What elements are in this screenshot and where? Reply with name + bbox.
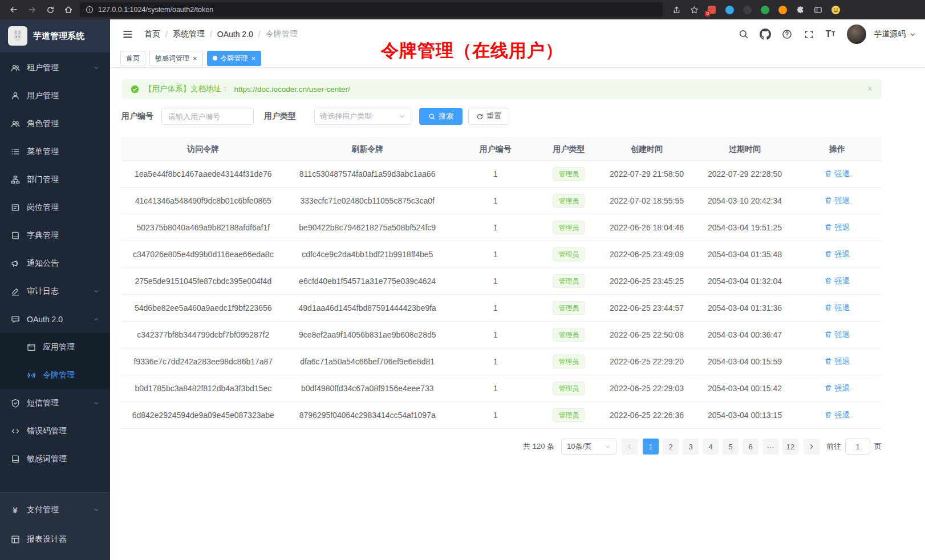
pager-page-3[interactable]: 3 [683, 439, 699, 455]
pager-jump-input[interactable] [845, 439, 870, 455]
sidebar-item-role[interactable]: 角色管理 [0, 109, 110, 137]
site-info-icon[interactable] [86, 6, 94, 14]
avatar[interactable] [847, 25, 866, 44]
sidebar-item-oauth2[interactable]: OAuth 2.0 [0, 305, 110, 333]
pager-page-12[interactable]: 12 [782, 439, 798, 455]
breadcrumb-system[interactable]: 系统管理 [173, 29, 205, 39]
sidebar-item-post[interactable]: 岗位管理 [0, 193, 110, 221]
font-size-icon[interactable]: TT [821, 25, 840, 44]
extension-blue-icon[interactable] [721, 2, 737, 17]
expire-time-cell: 2054-03-04 01:35:48 [697, 241, 793, 268]
sidebar-item-error-code[interactable]: 错误码管理 [0, 417, 110, 445]
create-time-cell: 2022-06-25 22:29:20 [597, 348, 697, 375]
pager-next-button[interactable] [804, 439, 819, 455]
expire-time-cell: 2054-03-10 20:42:34 [697, 188, 793, 214]
force-logout-button[interactable]: 强退 [825, 169, 850, 179]
username[interactable]: 芋道源码 [874, 29, 906, 39]
breadcrumb-home[interactable]: 首页 [144, 29, 160, 39]
force-logout-button[interactable]: 强退 [825, 249, 850, 259]
user-id-input[interactable] [161, 108, 254, 125]
sidebar-item-oauth2-token[interactable]: 令牌管理 [0, 361, 110, 389]
profile-smiley-icon[interactable] [827, 2, 843, 17]
chevron-down-icon [93, 400, 100, 407]
user-type-cell: 管理员 [541, 375, 597, 402]
pager-page-5[interactable]: 5 [723, 439, 739, 455]
column-header: 刷新令牌 [285, 138, 450, 161]
browser-back-button[interactable] [6, 2, 22, 17]
extension-red-icon[interactable]: 0 [704, 2, 720, 17]
force-logout-button[interactable]: 强退 [825, 303, 850, 313]
create-time-cell: 2022-06-25 23:49:09 [597, 241, 697, 268]
menu-fold-icon[interactable] [119, 26, 136, 43]
doc-link[interactable]: https://doc.iocoder.cn/user-center/ [234, 85, 350, 94]
browser-home-button[interactable] [60, 2, 76, 17]
force-logout-button[interactable]: 强退 [825, 330, 850, 340]
sidebar-item-report-designer[interactable]: 报表设计器 [0, 525, 110, 554]
filter-bar: 用户编号 用户类型 请选择用户类型 搜索 重置 [121, 108, 882, 125]
force-logout-button[interactable]: 强退 [825, 383, 850, 393]
breadcrumb-oauth2[interactable]: OAuth 2.0 [217, 30, 253, 39]
sidebar-toggle-icon[interactable] [810, 2, 826, 17]
share-icon[interactable] [668, 2, 684, 17]
badge-icon [10, 203, 20, 212]
edit-icon [10, 287, 20, 296]
force-logout-button[interactable]: 强退 [825, 410, 850, 420]
sidebar-item-dept[interactable]: 部门管理 [0, 165, 110, 193]
page-size-select[interactable]: 10条/页 [561, 439, 616, 455]
search-icon[interactable] [734, 25, 753, 44]
pager-ellipsis[interactable]: ··· [762, 439, 778, 455]
tab-token[interactable]: 令牌管理 × [207, 51, 262, 66]
extension-green-icon[interactable] [757, 2, 773, 17]
access-token-cell: 1ea5e44f8bc1467aaede43144f31de76 [121, 161, 285, 188]
extensions-puzzle-icon[interactable] [792, 2, 808, 17]
browser-url-bar[interactable]: 127.0.0.1:1024/system/oauth2/token [80, 2, 663, 17]
force-logout-button[interactable]: 强退 [825, 196, 850, 206]
window-icon [26, 343, 36, 352]
force-logout-button[interactable]: 强退 [825, 276, 850, 286]
expire-time-cell: 2054-03-04 19:51:25 [697, 214, 793, 241]
user-id-cell: 1 [450, 402, 541, 429]
pager-page-1[interactable]: 1 [643, 439, 659, 455]
sidebar-item-sms[interactable]: 短信管理 [0, 389, 110, 417]
extension-orange-icon[interactable] [774, 2, 790, 17]
tab-home[interactable]: 首页 [120, 51, 145, 66]
sidebar-item-tenant[interactable]: 租户管理 [0, 54, 110, 82]
fullscreen-icon[interactable] [799, 25, 818, 44]
browser-forward-button[interactable] [24, 2, 40, 17]
close-icon[interactable]: × [251, 55, 256, 62]
pager-page-6[interactable]: 6 [743, 439, 758, 455]
close-icon[interactable]: × [193, 55, 197, 62]
search-button[interactable]: 搜索 [419, 108, 462, 125]
sidebar-item-audit-log[interactable]: 审计日志 [0, 277, 110, 305]
sidebar-item-sensitive-word[interactable]: 敏感词管理 [0, 445, 110, 473]
sidebar-item-pay[interactable]: ¥支付管理 [0, 495, 110, 525]
chevron-down-icon [605, 444, 611, 450]
chevron-down-icon[interactable] [910, 31, 916, 38]
user-type-select[interactable]: 请选择用户类型 [314, 108, 411, 125]
sidebar-item-oauth2-app[interactable]: 应用管理 [0, 333, 110, 361]
sidebar-item-dict[interactable]: 字典管理 [0, 221, 110, 249]
sidebar-item-notice[interactable]: 通知公告 [0, 249, 110, 277]
github-icon[interactable] [756, 25, 775, 44]
alert-message: 【用户体系】文档地址： [144, 84, 229, 94]
alert-close-icon[interactable]: × [867, 84, 873, 94]
pager-pages: 123456···12 [643, 439, 798, 455]
action-cell: 强退 [793, 268, 882, 295]
browser-reload-button[interactable] [42, 2, 58, 17]
chevron-down-icon [399, 113, 405, 120]
force-logout-button[interactable]: 强退 [825, 356, 850, 367]
tree-icon [10, 175, 20, 184]
reset-button[interactable]: 重置 [468, 108, 509, 125]
sidebar-item-menu[interactable]: 菜单管理 [0, 137, 110, 165]
app-logo[interactable]: 芋道管理系统 [0, 19, 110, 52]
help-icon[interactable] [777, 25, 797, 44]
pager-page-2[interactable]: 2 [663, 439, 679, 455]
bookmark-star-icon[interactable] [686, 2, 702, 17]
create-time-cell: 2022-06-25 22:26:36 [597, 402, 697, 429]
pager-page-4[interactable]: 4 [703, 439, 719, 455]
pager-prev-button[interactable] [622, 439, 638, 455]
sidebar-item-user[interactable]: 用户管理 [0, 82, 110, 109]
tab-sensitive-word[interactable]: 敏感词管理 × [149, 51, 203, 66]
extension-dark-icon[interactable] [739, 2, 755, 17]
force-logout-button[interactable]: 强退 [825, 222, 850, 233]
